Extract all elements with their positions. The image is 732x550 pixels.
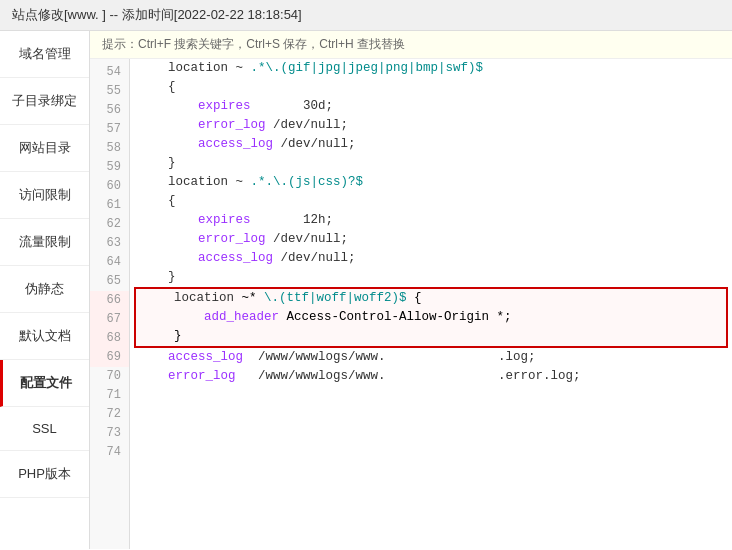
line-number: 73: [90, 424, 129, 443]
line-number: 72: [90, 405, 129, 424]
code-line: location ~ .*.\.(js|css)?$: [130, 173, 732, 192]
window-title: 站点修改[www. ] -- 添加时间[2022-02-22 18:18:54]: [12, 7, 302, 22]
sidebar-item-伪静态[interactable]: 伪静态: [0, 266, 89, 313]
line-number: 66: [90, 291, 129, 310]
code-line: error_log /dev/null;: [130, 230, 732, 249]
line-number: 61: [90, 196, 129, 215]
code-line: access_log /dev/null;: [130, 135, 732, 154]
line-number: 57: [90, 120, 129, 139]
code-line: {: [130, 78, 732, 97]
line-numbers: 5455565758596061626364656667686970717273…: [90, 59, 130, 549]
sidebar-item-流量限制[interactable]: 流量限制: [0, 219, 89, 266]
line-number: 59: [90, 158, 129, 177]
code-line: }: [130, 268, 732, 287]
line-number: 74: [90, 443, 129, 462]
code-line: }: [136, 327, 726, 346]
code-line: {: [130, 192, 732, 211]
code-line: add_header Access-Control-Allow-Origin *…: [136, 308, 726, 327]
code-line: error_log /www/wwwlogs/www. .error.log;: [130, 367, 732, 386]
sidebar-item-域名管理[interactable]: 域名管理: [0, 31, 89, 78]
line-number: 58: [90, 139, 129, 158]
line-number: 64: [90, 253, 129, 272]
code-line: access_log /dev/null;: [130, 249, 732, 268]
content-area: 提示：Ctrl+F 搜索关键字，Ctrl+S 保存，Ctrl+H 查找替换 54…: [90, 31, 732, 549]
code-line: location ~ .*\.(gif|jpg|jpeg|png|bmp|swf…: [130, 59, 732, 78]
line-number: 65: [90, 272, 129, 291]
code-line: expires 30d;: [130, 97, 732, 116]
line-number: 68: [90, 329, 129, 348]
sidebar-item-配置文件[interactable]: 配置文件: [0, 360, 89, 407]
code-line: location ~* \.(ttf|woff|woff2)$ {: [136, 289, 726, 308]
main-layout: 域名管理子目录绑定网站目录访问限制流量限制伪静态默认文档配置文件SSLPHP版本…: [0, 31, 732, 549]
sidebar-item-访问限制[interactable]: 访问限制: [0, 172, 89, 219]
line-number: 55: [90, 82, 129, 101]
code-content[interactable]: location ~ .*\.(gif|jpg|jpeg|png|bmp|swf…: [130, 59, 732, 549]
sidebar-item-默认文档[interactable]: 默认文档: [0, 313, 89, 360]
line-number: 70: [90, 367, 129, 386]
code-line: access_log /www/wwwlogs/www. .log;: [130, 348, 732, 367]
code-line: expires 12h;: [130, 211, 732, 230]
line-number: 60: [90, 177, 129, 196]
line-number: 69: [90, 348, 129, 367]
sidebar-item-SSL[interactable]: SSL: [0, 407, 89, 451]
code-line: error_log /dev/null;: [130, 116, 732, 135]
line-number: 62: [90, 215, 129, 234]
hint-bar: 提示：Ctrl+F 搜索关键字，Ctrl+S 保存，Ctrl+H 查找替换: [90, 31, 732, 59]
hint-text: 提示：Ctrl+F 搜索关键字，Ctrl+S 保存，Ctrl+H 查找替换: [102, 37, 405, 51]
line-number: 56: [90, 101, 129, 120]
sidebar: 域名管理子目录绑定网站目录访问限制流量限制伪静态默认文档配置文件SSLPHP版本: [0, 31, 90, 549]
highlighted-region: location ~* \.(ttf|woff|woff2)$ { add_he…: [134, 287, 728, 348]
sidebar-item-网站目录[interactable]: 网站目录: [0, 125, 89, 172]
line-number: 71: [90, 386, 129, 405]
line-number: 67: [90, 310, 129, 329]
line-number: 63: [90, 234, 129, 253]
code-line: }: [130, 154, 732, 173]
line-number: 54: [90, 63, 129, 82]
sidebar-item-子目录绑定[interactable]: 子目录绑定: [0, 78, 89, 125]
title-bar: 站点修改[www. ] -- 添加时间[2022-02-22 18:18:54]: [0, 0, 732, 31]
code-editor[interactable]: 5455565758596061626364656667686970717273…: [90, 59, 732, 549]
sidebar-item-PHP版本[interactable]: PHP版本: [0, 451, 89, 498]
